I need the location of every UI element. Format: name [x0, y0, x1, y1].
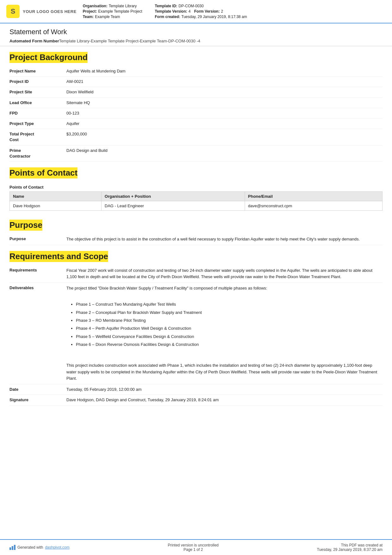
form-created-row: Form created: Tuesday, 29 January 2019, … — [155, 15, 247, 19]
team-row: Team: Example Team — [83, 15, 142, 19]
footer: Generated with dashpivot.com Printed ver… — [0, 539, 392, 555]
deliverables-text: The project titled "Dixie Brackish Water… — [66, 286, 267, 290]
of-text: of 2 — [197, 547, 203, 552]
list-item: Phase 5 – Wellfield Conveyance Facilitie… — [76, 333, 383, 340]
purpose-label: Purpose — [9, 236, 66, 242]
org-value: Template Library — [109, 4, 137, 8]
field-label-project-type: Project Type — [9, 121, 66, 127]
field-value-prime-contractor: DAG Design and Build — [66, 148, 383, 153]
deliverables-field-row: Deliverables The project titled "Dixie B… — [9, 283, 383, 384]
field-row-total-cost: Total ProjectCost $3,200,000 — [9, 129, 383, 145]
field-value-fpd: 00-123 — [66, 110, 383, 116]
date-label: Date — [9, 387, 66, 392]
contact-name: Dave Hodgson — [10, 201, 101, 210]
template-id-label: Template ID: — [155, 4, 177, 8]
project-background-fields: Project Name Aquifer Wells at Mundering … — [9, 66, 383, 162]
form-version-value: 2 — [221, 9, 223, 14]
requirements-field-row: Requirements Fiscal Year 2007 work will … — [9, 265, 383, 283]
list-item: Phase 3 – RO Membrane Pilot Testing — [76, 317, 383, 324]
contact-org: DAG - Lead Engineer — [101, 201, 245, 210]
footer-link[interactable]: dashpivot.com — [45, 545, 69, 550]
field-row-project-type: Project Type Aquifer — [9, 119, 383, 129]
contact-table-body: Dave Hodgson DAG - Lead Engineer dave@sm… — [10, 201, 383, 210]
table-row: Dave Hodgson DAG - Lead Engineer dave@sm… — [10, 201, 383, 210]
list-item: Phase 6 – Dixon Reverse Osmosis Faciliti… — [76, 341, 383, 348]
col-header-name: Name — [10, 191, 101, 201]
header-meta-right: Template ID: DP-COM-0030 Template Versio… — [155, 4, 247, 19]
footer-left: Generated with dashpivot.com — [9, 545, 70, 550]
purpose-field-row: Purpose The objective of this project is… — [9, 234, 383, 245]
field-row-prime-contractor: PrimeContractor DAG Design and Build — [9, 146, 383, 162]
field-value-lead-office: Sitemate HQ — [66, 100, 383, 106]
date-value: Tuesday, 05 February 2019, 12:00:00 am — [66, 387, 383, 392]
purpose-text: The objective of this project is to assi… — [66, 236, 383, 243]
points-of-contact-heading: Points of Contact — [9, 167, 77, 178]
team-label: Team: — [83, 15, 94, 19]
field-row-project-name: Project Name Aquifer Wells at Mundering … — [9, 66, 383, 77]
doc-title-area: Statement of Work Automated Form Number … — [0, 23, 392, 46]
list-item: Phase 1 – Construct Two Mundaring Aquife… — [76, 301, 383, 308]
bar3 — [14, 545, 15, 550]
contact-phone: dave@smconstruct.cpm — [245, 201, 382, 210]
project-value: Example Template Project — [98, 9, 142, 14]
footer-bars-icon — [9, 545, 15, 550]
pdf-date: Tuesday, 29 January 2019, 8:37:20 am — [317, 547, 383, 552]
form-number-label: Automated Form Number — [9, 39, 59, 43]
deliverables-content: The project titled "Dixie Brackish Water… — [66, 285, 383, 382]
contact-table: Name Organisation + Position Phone/Email… — [9, 191, 383, 211]
form-version-label: Form Version: — [194, 9, 220, 14]
form-created-value: Tuesday, 29 January 2019, 8:17:38 am — [181, 15, 247, 19]
field-value-project-name: Aquifer Wells at Mundering Dam — [66, 68, 383, 74]
org-row: Organisation: Template Library — [83, 4, 142, 8]
form-number-value: Template Library-Example Template Projec… — [59, 39, 200, 43]
content: Project Background Project Name Aquifer … — [0, 46, 392, 406]
pdf-created-text: This PDF was created at — [317, 543, 383, 547]
contact-table-head: Name Organisation + Position Phone/Email — [10, 191, 383, 201]
field-label-project-site: Project Site — [9, 89, 66, 95]
field-row-fpd: FPD 00-123 — [9, 108, 383, 119]
col-header-org: Organisation + Position — [101, 191, 245, 201]
field-value-project-id: AW-0021 — [66, 79, 383, 84]
extra-para: This project includes construction work … — [66, 362, 383, 382]
field-label-fpd: FPD — [9, 110, 66, 116]
page-info: Page 1 of 2 — [168, 547, 219, 552]
field-label-prime-contractor: PrimeContractor — [9, 148, 66, 159]
field-row-lead-office: Lead Office Sitemate HQ — [9, 98, 383, 108]
list-item: Phase 4 – Perth Aquifer Production Well … — [76, 325, 383, 332]
logo-icon: S — [6, 5, 20, 18]
header-meta: Organisation: Template Library Project: … — [83, 4, 383, 19]
doc-title: Statement of Work — [9, 28, 383, 36]
col-header-phone: Phone/Email — [245, 191, 382, 201]
template-id-row: Template ID: DP-COM-0030 — [155, 4, 247, 8]
generated-text: Generated with — [17, 545, 43, 550]
org-label: Organisation: — [83, 4, 107, 8]
deliverables-label: Deliverables — [9, 285, 66, 291]
template-version-value: 4 — [188, 9, 191, 14]
footer-center: Printed version is uncontrolled Page 1 o… — [168, 543, 219, 552]
signature-label: Signature — [9, 397, 66, 403]
template-version-row: Template Version: 4 Form Version: 2 — [155, 9, 247, 14]
date-field-row: Date Tuesday, 05 February 2019, 12:00:00… — [9, 384, 383, 395]
field-label-project-id: Project ID — [9, 79, 66, 84]
field-value-total-cost: $3,200,000 — [66, 131, 383, 137]
signature-field-row: Signature Dave Hodgson, DAG Design and C… — [9, 395, 383, 405]
header-meta-left: Organisation: Template Library Project: … — [83, 4, 142, 19]
printed-version-text: Printed version is uncontrolled — [168, 543, 219, 547]
field-value-project-type: Aquifer — [66, 121, 383, 127]
form-number-row: Automated Form Number Template Library-E… — [9, 39, 383, 43]
project-row: Project: Example Template Project — [83, 9, 142, 14]
bar2 — [12, 546, 13, 550]
project-background-heading: Project Background — [9, 52, 88, 63]
deliverables-list: Phase 1 – Construct Two Mundaring Aquife… — [66, 301, 383, 348]
contact-table-header-row: Name Organisation + Position Phone/Email — [10, 191, 383, 201]
bar1 — [9, 547, 11, 550]
header: S YOUR LOGO GOES HERE Organisation: Temp… — [0, 0, 392, 23]
purpose-heading: Purpose — [9, 220, 42, 231]
team-value: Example Team — [95, 15, 120, 19]
svg-text:S: S — [11, 7, 15, 15]
requirements-text: Fiscal Year 2007 work will consist of co… — [66, 267, 383, 281]
field-label-lead-office: Lead Office — [9, 100, 66, 106]
logo-text: YOUR LOGO GOES HERE — [23, 9, 77, 14]
signature-value: Dave Hodgson, DAG Design and Construct, … — [66, 397, 383, 403]
points-of-contact-sublabel: Points of Contact — [9, 185, 383, 190]
